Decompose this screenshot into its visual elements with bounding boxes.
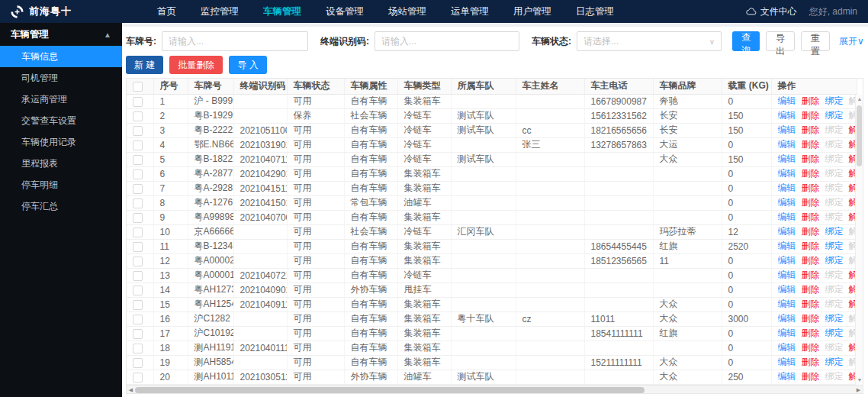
edit-link[interactable]: 编辑 — [778, 95, 796, 106]
top-menu-item-4[interactable]: 设备管理 — [313, 0, 376, 23]
delete-link[interactable]: 删除 — [802, 255, 820, 266]
delete-link[interactable]: 删除 — [802, 182, 820, 193]
delete-link[interactable]: 删除 — [802, 371, 820, 382]
file-center-link[interactable]: 文件中心 — [746, 5, 797, 18]
bind-link[interactable]: 绑定 — [825, 95, 844, 106]
bind-link[interactable]: 绑定 — [825, 211, 844, 222]
bind-link[interactable]: 绑定 — [825, 124, 844, 135]
edit-link[interactable]: 编辑 — [778, 124, 796, 135]
edit-link[interactable]: 编辑 — [778, 168, 796, 179]
row-checkbox[interactable] — [133, 358, 143, 368]
sidebar-section-vehicle-management[interactable]: 车辆管理 ▲ — [0, 23, 122, 46]
row-checkbox[interactable] — [133, 257, 143, 266]
row-checkbox[interactable] — [133, 228, 143, 237]
bind-link[interactable]: 绑定 — [825, 328, 844, 338]
vertical-scrollbar[interactable]: ▲ ▼ — [855, 95, 863, 385]
delete-link[interactable]: 删除 — [802, 328, 820, 338]
bind-link[interactable]: 绑定 — [825, 371, 844, 382]
top-menu-item-3[interactable]: 车辆管理 — [251, 0, 313, 23]
sidebar-item-1[interactable]: 车辆信息 — [0, 46, 122, 67]
row-checkbox[interactable] — [133, 329, 143, 339]
row-checkbox[interactable] — [133, 242, 143, 252]
sidebar-item-4[interactable]: 交警查车设置 — [0, 110, 122, 131]
delete-link[interactable]: 删除 — [802, 284, 820, 295]
plate-input[interactable] — [162, 31, 308, 51]
edit-link[interactable]: 编辑 — [778, 255, 796, 266]
bind-link[interactable]: 绑定 — [825, 226, 844, 237]
top-menu-item-7[interactable]: 用户管理 — [501, 0, 564, 23]
delete-link[interactable]: 删除 — [802, 110, 820, 121]
row-checkbox[interactable] — [133, 140, 143, 150]
top-menu-item-2[interactable]: 监控管理 — [188, 0, 251, 23]
bind-link[interactable]: 绑定 — [825, 240, 844, 251]
sidebar-item-8[interactable]: 停车汇总 — [0, 195, 122, 217]
user-greeting[interactable]: 您好, admin — [809, 5, 857, 18]
sidebar-item-6[interactable]: 里程报表 — [0, 153, 122, 174]
edit-link[interactable]: 编辑 — [778, 357, 796, 367]
search-button[interactable]: 查 询 — [732, 31, 760, 51]
edit-link[interactable]: 编辑 — [778, 182, 796, 193]
bind-link[interactable]: 绑定 — [825, 168, 844, 179]
edit-link[interactable]: 编辑 — [778, 284, 796, 295]
bind-link[interactable]: 绑定 — [825, 197, 844, 208]
row-checkbox[interactable] — [133, 198, 143, 208]
row-checkbox[interactable] — [133, 315, 143, 324]
row-checkbox[interactable] — [133, 213, 143, 223]
bind-link[interactable]: 绑定 — [825, 270, 844, 280]
delete-link[interactable]: 删除 — [802, 124, 820, 135]
edit-link[interactable]: 编辑 — [778, 299, 796, 309]
bind-link[interactable]: 绑定 — [825, 342, 844, 353]
bind-link[interactable]: 绑定 — [825, 299, 844, 309]
edit-link[interactable]: 编辑 — [778, 328, 796, 338]
delete-link[interactable]: 删除 — [802, 342, 820, 353]
top-menu-item-8[interactable]: 日志管理 — [564, 0, 626, 23]
delete-link[interactable]: 删除 — [802, 153, 820, 164]
delete-link[interactable]: 删除 — [802, 270, 820, 280]
sidebar-item-3[interactable]: 承运商管理 — [0, 89, 122, 110]
bind-link[interactable]: 绑定 — [825, 110, 844, 121]
scroll-up-icon[interactable]: ▲ — [856, 95, 863, 104]
vehicle-status-select[interactable]: 请选择... ∨ — [577, 31, 722, 51]
bind-link[interactable]: 绑定 — [825, 182, 844, 193]
delete-link[interactable]: 删除 — [802, 95, 820, 106]
sidebar-item-7[interactable]: 停车明细 — [0, 174, 122, 195]
delete-link[interactable]: 删除 — [802, 211, 820, 222]
row-checkbox[interactable] — [133, 169, 143, 179]
sidebar-item-2[interactable]: 司机管理 — [0, 67, 122, 89]
edit-link[interactable]: 编辑 — [778, 153, 796, 164]
edit-link[interactable]: 编辑 — [778, 240, 796, 251]
bind-link[interactable]: 绑定 — [825, 139, 844, 150]
scroll-left-icon[interactable]: ◀ — [127, 386, 135, 395]
edit-link[interactable]: 编辑 — [778, 371, 796, 382]
batch-delete-button[interactable]: 批量删除 — [169, 56, 223, 74]
row-checkbox[interactable] — [133, 126, 143, 136]
scroll-down-icon[interactable]: ▼ — [856, 376, 863, 385]
delete-link[interactable]: 删除 — [802, 313, 820, 324]
delete-link[interactable]: 删除 — [802, 357, 820, 367]
edit-link[interactable]: 编辑 — [778, 110, 796, 121]
row-checkbox[interactable] — [133, 97, 143, 107]
reset-button[interactable]: 重 置 — [801, 31, 830, 51]
export-button[interactable]: 导 出 — [766, 31, 795, 51]
edit-link[interactable]: 编辑 — [778, 270, 796, 280]
bind-link[interactable]: 绑定 — [825, 255, 844, 266]
edit-link[interactable]: 编辑 — [778, 197, 796, 208]
row-checkbox[interactable] — [133, 111, 143, 121]
bind-link[interactable]: 绑定 — [825, 357, 844, 367]
top-menu-item-6[interactable]: 运单管理 — [439, 0, 501, 23]
top-menu-item-1[interactable]: 首页 — [145, 0, 188, 23]
terminal-input[interactable] — [375, 31, 519, 51]
select-all-checkbox[interactable] — [133, 82, 143, 92]
expand-link[interactable]: 展开∨ — [839, 35, 864, 48]
vertical-scroll-thumb[interactable] — [857, 105, 862, 166]
row-checkbox[interactable] — [133, 286, 143, 295]
brand[interactable]: 前海粤十 — [0, 5, 130, 18]
edit-link[interactable]: 编辑 — [778, 211, 796, 222]
row-checkbox[interactable] — [133, 373, 143, 382]
horizontal-scroll-thumb[interactable] — [135, 387, 645, 393]
edit-link[interactable]: 编辑 — [778, 139, 796, 150]
row-checkbox[interactable] — [133, 271, 143, 281]
scroll-right-icon[interactable]: ▶ — [854, 386, 863, 395]
import-button[interactable]: 导 入 — [229, 56, 266, 74]
delete-link[interactable]: 删除 — [802, 240, 820, 251]
